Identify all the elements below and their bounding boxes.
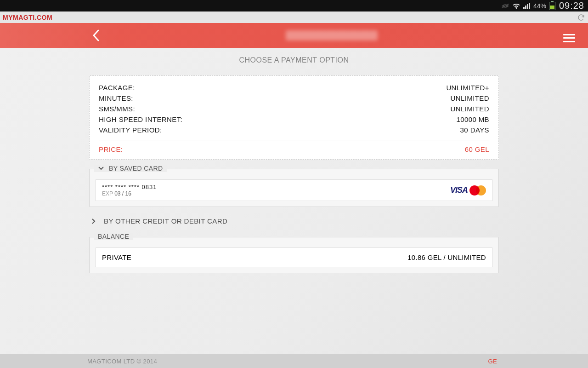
summary-row: SMS/MMS: UNLIMITED — [99, 104, 489, 114]
balance-section: BALANCE PRIVATE 10.86 GEL / UNLIMITED — [89, 237, 499, 273]
hamburger-icon — [563, 34, 575, 42]
summary-row: MINUTES: UNLIMITED — [99, 93, 489, 104]
browser-url-bar: MYMAGTI.COM — [0, 12, 588, 23]
card-expiry-label: EXP — [102, 190, 113, 197]
card-network-logos: VISA — [450, 185, 486, 196]
summary-value: UNLIMITED — [451, 94, 489, 102]
card-expiry: EXP 03 / 16 — [102, 190, 157, 197]
card-info: **** **** **** 0831 EXP 03 / 16 — [102, 184, 157, 197]
summary-value: UNLIMITED+ — [446, 84, 489, 92]
balance-type: PRIVATE — [102, 253, 131, 261]
saved-card-section: BY SAVED CARD **** **** **** 0831 EXP 03… — [89, 169, 499, 207]
summary-value: 10000 MB — [456, 115, 489, 123]
header-title-blurred — [286, 30, 378, 40]
saved-card-section-label: BY SAVED CARD — [109, 165, 163, 172]
refresh-icon[interactable] — [577, 13, 585, 22]
summary-label: VALIDITY PERIOD: — [99, 126, 162, 134]
android-status-bar: 44% 09:28 — [0, 0, 588, 12]
summary-value: 30 DAYS — [460, 126, 489, 134]
footer: MAGTICOM LTD © 2014 GE — [0, 354, 588, 368]
visa-icon: VISA — [450, 185, 468, 195]
summary-label: PACKAGE: — [99, 84, 135, 92]
mastercard-icon — [469, 185, 486, 196]
page-body: CHOOSE A PAYMENT OPTION PACKAGE: UNLIMIT… — [0, 48, 588, 354]
card-expiry-value: 03 / 16 — [114, 190, 131, 197]
price-row: PRICE: 60 GEL — [99, 144, 489, 155]
page-title: CHOOSE A PAYMENT OPTION — [0, 56, 588, 64]
other-card-toggle[interactable]: BY OTHER CREDIT OR DEBIT CARD — [89, 217, 499, 225]
language-switch[interactable]: GE — [488, 358, 497, 365]
summary-row: VALIDITY PERIOD: 30 DAYS — [99, 125, 489, 135]
price-value: 60 GEL — [465, 145, 489, 153]
eye-icon — [501, 3, 509, 9]
chevron-down-icon — [98, 165, 104, 172]
summary-label: MINUTES: — [99, 94, 133, 102]
battery-icon — [549, 2, 555, 10]
battery-percent: 44% — [533, 2, 546, 10]
back-button[interactable] — [92, 29, 100, 42]
wifi-icon — [512, 3, 520, 9]
saved-card-toggle[interactable]: BY SAVED CARD — [94, 165, 167, 172]
summary-label: HIGH SPEED INTERNET: — [99, 115, 182, 123]
summary-label: SMS/MMS: — [99, 105, 135, 113]
other-card-label: BY OTHER CREDIT OR DEBIT CARD — [104, 217, 227, 225]
chevron-right-icon — [91, 218, 96, 224]
summary-row: HIGH SPEED INTERNET: 10000 MB — [99, 114, 489, 125]
footer-copyright: MAGTICOM LTD © 2014 — [87, 358, 157, 365]
balance-value: 10.86 GEL / UNLIMITED — [407, 253, 486, 261]
menu-button[interactable] — [563, 29, 575, 42]
card-masked-number: **** **** **** 0831 — [102, 184, 157, 190]
summary-row: PACKAGE: UNLIMITED+ — [99, 82, 489, 93]
saved-card-option[interactable]: **** **** **** 0831 EXP 03 / 16 VISA — [95, 179, 493, 201]
clock: 09:28 — [559, 0, 584, 11]
price-label: PRICE: — [99, 145, 123, 153]
balance-option[interactable]: PRIVATE 10.86 GEL / UNLIMITED — [95, 247, 493, 267]
page-url: MYMAGTI.COM — [3, 14, 52, 21]
signal-icon — [523, 3, 531, 9]
package-summary-card: PACKAGE: UNLIMITED+ MINUTES: UNLIMITED S… — [89, 75, 499, 160]
divider — [99, 140, 489, 140]
balance-section-label: BALANCE — [94, 233, 133, 240]
app-header — [0, 23, 588, 48]
summary-value: UNLIMITED — [451, 105, 489, 113]
